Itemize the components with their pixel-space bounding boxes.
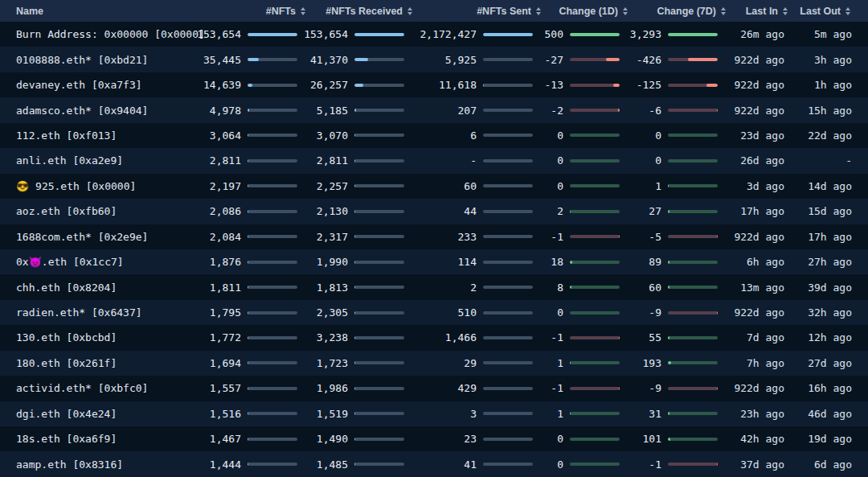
wallet-name-cell[interactable]: 180.eth [0x261f] — [0, 357, 203, 369]
header-cell-change-1d[interactable]: Change (1D) — [542, 6, 629, 17]
bar-fill — [483, 33, 533, 36]
change1d-value: 0 — [557, 306, 563, 319]
volume-bar — [483, 361, 533, 364]
header-cell-nfts-received[interactable]: #NFTs Received — [307, 6, 414, 17]
wallet-name-cell[interactable]: aamp.eth [0x8316] — [0, 458, 203, 471]
sent-value: 60 — [464, 180, 477, 192]
wallet-name-cell[interactable]: 1688com.eth* [0x2e9e] — [0, 231, 203, 243]
sort-icon[interactable] — [721, 7, 726, 15]
received-value: 3,238 — [317, 331, 348, 343]
sort-icon[interactable] — [301, 7, 305, 15]
last-out-value: 16h ago — [808, 382, 852, 394]
bar-fill — [354, 184, 355, 187]
change-bar — [570, 33, 620, 36]
sent-cell: 1,466 — [414, 331, 542, 343]
table-row[interactable]: aamp.eth [0x8316]1,4441,485410-137d ago6… — [0, 451, 868, 476]
wallet-name-cell[interactable]: activid.eth* [0xbfc0] — [0, 382, 203, 394]
table-row[interactable]: devaney.eth [0xa7f3]14,63926,25711,618-1… — [0, 72, 868, 97]
wallet-name-cell[interactable]: dgi.eth [0x4e24] — [0, 408, 203, 420]
wallet-name-cell[interactable]: 112.eth [0xf013] — [0, 130, 203, 142]
wallet-name-cell[interactable]: 0x😈.eth [0x1cc7] — [0, 256, 203, 268]
bar-fill — [570, 33, 620, 36]
change7d-cell: -5 — [629, 231, 727, 243]
table-row[interactable]: 130.eth [0xbcbd]1,7723,2381,466-1557d ag… — [0, 325, 868, 350]
table-row[interactable]: 18s.eth [0xa6f9]1,4671,49023010142h ago1… — [0, 426, 868, 451]
wallet-name-cell[interactable]: chh.eth [0x8204] — [0, 282, 203, 294]
header-cell-change-7d[interactable]: Change (7D) — [629, 6, 727, 17]
sort-icon[interactable] — [407, 7, 412, 15]
volume-bar — [354, 387, 404, 390]
table-row[interactable]: 0x😈.eth [0x1cc7]1,8761,99011418896h ago2… — [0, 249, 868, 274]
table-row[interactable]: activid.eth* [0xbfc0]1,5571,986429-1-992… — [0, 376, 868, 401]
change-bar — [668, 134, 718, 137]
header-cell-name[interactable]: Name — [0, 6, 203, 17]
wallet-name: radien.eth* [0x6437] — [16, 306, 142, 319]
nfts-cell: 1,795 — [203, 306, 307, 319]
table-row[interactable]: aoz.eth [0xfb60]2,0862,1304422717h ago15… — [0, 199, 868, 224]
change-bar — [570, 387, 620, 390]
sort-icon[interactable] — [845, 7, 850, 15]
wallet-name-cell[interactable]: adamsco.eth* [0x9404] — [0, 105, 203, 117]
header-cell-nfts-sent[interactable]: #NFTs Sent — [414, 6, 542, 17]
sort-icon[interactable] — [783, 7, 788, 15]
volume-bar — [248, 412, 297, 415]
received-value: 153,654 — [304, 28, 348, 40]
nfts-cell: 4,978 — [203, 105, 307, 117]
volume-bar — [483, 109, 533, 112]
change7d-value: 0 — [655, 130, 661, 142]
change7d-value: -6 — [649, 105, 661, 117]
table-row[interactable]: dgi.eth [0x4e24]1,5161,519313123h ago46d… — [0, 401, 868, 426]
change-bar — [570, 361, 620, 364]
table-row[interactable]: radien.eth* [0x6437]1,7952,3055100-9922d… — [0, 300, 868, 325]
bar-fill — [717, 109, 718, 112]
last-in-cell: 17h ago — [727, 205, 789, 217]
sent-value: 2 — [470, 282, 477, 294]
change-bar — [570, 109, 620, 112]
wallet-name-cell[interactable]: radien.eth* [0x6437] — [0, 306, 203, 319]
wallet-name-cell[interactable]: 18s.eth [0xa6f9] — [0, 433, 203, 445]
volume-bar — [483, 235, 533, 238]
sort-icon[interactable] — [623, 7, 628, 15]
header-cell-last-in[interactable]: Last In — [727, 6, 789, 17]
change-bar — [570, 235, 620, 238]
bar-fill — [354, 235, 355, 238]
wallet-name-cell[interactable]: 0108888.eth* [0xbd21] — [0, 54, 203, 66]
sent-value: - — [470, 154, 477, 167]
last-out-cell: 14d ago — [789, 180, 852, 192]
nfts-value: 35,445 — [203, 54, 241, 66]
header-cell-nfts[interactable]: #NFTs — [203, 6, 307, 17]
table-row[interactable]: Burn Address: 0x00000 [0x0000]153,654153… — [0, 22, 868, 47]
table-row[interactable]: chh.eth [0x8204]1,8111,813286013m ago39d… — [0, 274, 868, 299]
table-row[interactable]: adamsco.eth* [0x9404]4,9785,185207-2-692… — [0, 97, 868, 122]
table-row[interactable]: 0108888.eth* [0xbd21]35,44541,3705,925-2… — [0, 47, 868, 72]
bar-fill — [248, 412, 248, 415]
table-row[interactable]: 112.eth [0xf013]3,0643,07060023d ago22d … — [0, 123, 868, 148]
table-row[interactable]: 😎 925.eth [0x0000]2,1972,25760013d ago14… — [0, 174, 868, 199]
wallet-name: 180.eth [0x261f] — [16, 357, 117, 369]
bar-fill — [354, 387, 355, 390]
sort-icon[interactable] — [536, 7, 541, 15]
table-row[interactable]: 1688com.eth* [0x2e9e]2,0842,317233-1-592… — [0, 224, 868, 249]
header-cell-last-out[interactable]: Last Out — [789, 6, 852, 17]
sent-value: 207 — [458, 105, 477, 117]
sent-cell: 5,925 — [414, 54, 542, 66]
bar-fill — [354, 412, 355, 415]
last-out-value: 46d ago — [808, 408, 852, 420]
change-bar — [668, 438, 718, 441]
wallet-name-cell[interactable]: anli.eth [0xa2e9] — [0, 154, 203, 167]
wallet-name: aoz.eth [0xfb60] — [16, 205, 117, 217]
wallet-name-cell[interactable]: aoz.eth [0xfb60] — [0, 205, 203, 217]
wallet-name: 130.eth [0xbcbd] — [16, 331, 117, 343]
wallet-name-cell[interactable]: Burn Address: 0x00000 [0x0000] — [0, 28, 203, 40]
received-cell: 41,370 — [307, 54, 414, 66]
bar-fill — [354, 210, 355, 213]
wallet-name-cell[interactable]: 😎 925.eth [0x0000] — [0, 180, 203, 192]
volume-bar — [248, 33, 297, 36]
wallet-name-cell[interactable]: devaney.eth [0xa7f3] — [0, 79, 203, 91]
last-in-cell: 922d ago — [727, 79, 789, 91]
table-row[interactable]: anli.eth [0xa2e9]2,8112,811-0026d ago- — [0, 148, 868, 173]
last-out-value: 39d ago — [808, 282, 852, 294]
table-row[interactable]: 180.eth [0x261f]1,6941,7232911937h ago27… — [0, 351, 868, 376]
last-out-cell: 22d ago — [789, 130, 852, 142]
wallet-name-cell[interactable]: 130.eth [0xbcbd] — [0, 331, 203, 343]
